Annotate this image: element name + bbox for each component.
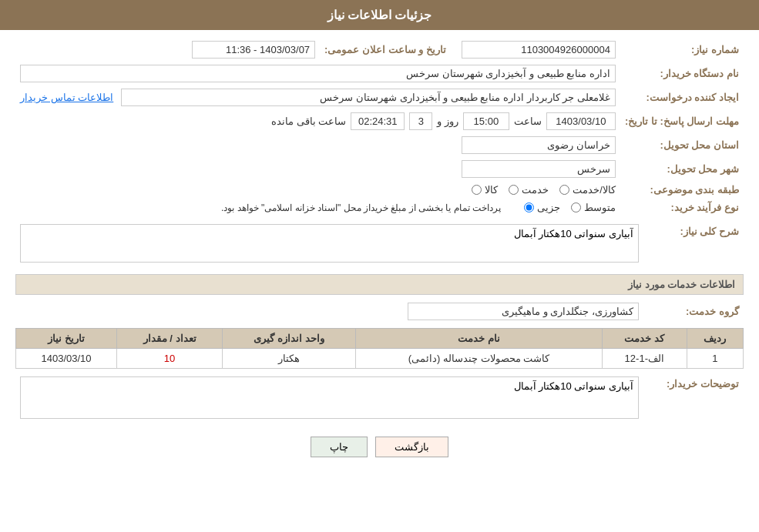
deadline-remaining: 02:24:31 bbox=[351, 112, 405, 130]
deadline-days: 3 bbox=[409, 112, 432, 130]
creator-value: غلامعلی جر کاربردار اداره منابع طبیعی و … bbox=[121, 89, 616, 106]
creator-label: ایجاد کننده درخواست: bbox=[620, 85, 744, 109]
category-kala-khadamat-label: کالا/خدمت bbox=[573, 184, 616, 196]
purchase-jozii-radio[interactable] bbox=[524, 202, 534, 212]
category-kala-khadamat-radio[interactable] bbox=[559, 185, 569, 195]
service-group-value: کشاورزی، جنگلداری و ماهیگیری bbox=[408, 303, 639, 320]
buyer-org-label: نام دستگاه خریدار: bbox=[620, 62, 744, 85]
deadline-remaining-label: ساعت باقی مانده bbox=[271, 115, 346, 127]
col-row: ردیف bbox=[687, 329, 743, 349]
deadline-time: 15:00 bbox=[463, 112, 509, 130]
category-khadamat-radio[interactable] bbox=[509, 185, 519, 195]
page-title: جزئیات اطلاعات نیاز bbox=[0, 0, 759, 30]
services-table: ردیف کد خدمت نام خدمت واحد اندازه گیری ت… bbox=[15, 328, 744, 369]
deadline-days-label: روز و bbox=[437, 115, 458, 127]
buyer-notes-label: توضیحات خریدار: bbox=[643, 373, 744, 424]
service-group-label: گروه خدمت: bbox=[643, 299, 744, 323]
purchase-motovaset-label: متوسط bbox=[584, 202, 616, 213]
category-khadamat-label: خدمت bbox=[522, 184, 549, 196]
purchase-jozii-label: جزیی bbox=[537, 202, 560, 213]
col-code: کد خدمت bbox=[603, 329, 687, 349]
category-kala-label: کالا bbox=[485, 184, 498, 196]
announce-date-label: تاریخ و ساعت اعلان عمومی: bbox=[320, 38, 451, 62]
col-date: تاریخ نیاز bbox=[16, 329, 117, 349]
city-label: شهر محل تحویل: bbox=[620, 157, 744, 181]
table-row: 1الف-1-12کاشت محصولات چندساله (دائمی)هکت… bbox=[16, 349, 744, 369]
province-label: استان محل تحویل: bbox=[620, 133, 744, 157]
deadline-label: مهلت ارسال پاسخ: تا تاریخ: bbox=[620, 109, 744, 133]
city-value: سرخس bbox=[462, 160, 616, 178]
col-unit: واحد اندازه گیری bbox=[223, 329, 356, 349]
button-row: بازگشت چاپ bbox=[15, 437, 744, 457]
back-button[interactable]: بازگشت bbox=[375, 437, 448, 457]
need-description-label: شرح کلی نیاز: bbox=[643, 221, 744, 268]
buyer-notes-textarea bbox=[20, 376, 639, 419]
deadline-date: 1403/03/10 bbox=[546, 112, 616, 130]
services-section-header: اطلاعات خدمات مورد نیاز bbox=[15, 274, 744, 295]
buyer-org-value: اداره منابع طبیعی و آبخیزداری شهرستان سر… bbox=[20, 65, 616, 82]
category-label: طبقه بندی موضوعی: bbox=[620, 181, 744, 199]
province-value: خراسان رضوی bbox=[462, 136, 616, 154]
need-description-textarea bbox=[20, 224, 639, 263]
need-number-value: 1103004926000004 bbox=[462, 41, 616, 59]
purchase-type-label: نوع فرآیند خرید: bbox=[620, 199, 744, 216]
purchase-motovaset-radio[interactable] bbox=[571, 202, 581, 212]
purchase-note: پرداخت تمام یا بخشی از مبلغ خریداز محل "… bbox=[221, 202, 501, 213]
category-kala-radio[interactable] bbox=[472, 185, 482, 195]
announce-date-value: 1403/03/07 - 11:36 bbox=[192, 41, 315, 59]
col-name: نام خدمت bbox=[355, 329, 602, 349]
need-number-label: شماره نیاز: bbox=[620, 38, 744, 62]
col-qty: تعداد / مقدار bbox=[117, 329, 223, 349]
deadline-time-label: ساعت bbox=[514, 115, 542, 127]
print-button[interactable]: چاپ bbox=[311, 437, 368, 457]
contact-info-link[interactable]: اطلاعات تماس خریدار bbox=[20, 92, 113, 103]
